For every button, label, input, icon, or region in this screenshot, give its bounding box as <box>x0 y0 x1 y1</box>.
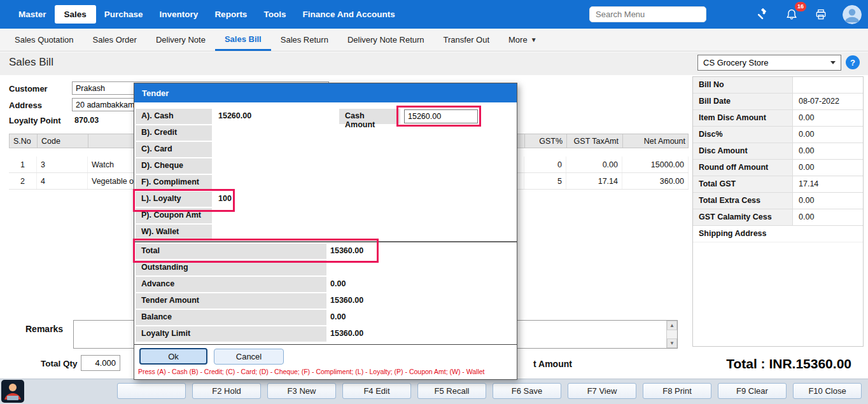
notifications-bell-icon[interactable]: 16 <box>784 7 799 22</box>
nav-item-inventory[interactable]: Inventory <box>151 4 207 24</box>
subnav-delivery-note-return[interactable]: Delivery Note Return <box>338 29 434 51</box>
more-chevron-down-icon: ▼ <box>531 36 537 43</box>
subnav-delivery-note[interactable]: Delivery Note <box>146 29 215 51</box>
subnav-sales-return[interactable]: Sales Return <box>271 29 338 51</box>
bill-summary-panel: Bill No Bill Date08-07-2022 Item Disc Am… <box>692 76 864 347</box>
tendered-amount-label-partial: t Amount <box>533 359 572 369</box>
f1-blank-button[interactable] <box>117 383 186 399</box>
tender-option-wallet[interactable]: W). Wallet <box>134 225 517 239</box>
col-gst-taxamt-header[interactable]: GST TaxAmt <box>567 134 623 148</box>
tools-gavel-icon[interactable] <box>755 7 770 22</box>
summary-row-outstanding: Outstanding <box>134 260 517 277</box>
user-avatar[interactable] <box>843 5 862 24</box>
cash-amount-input[interactable] <box>404 109 478 123</box>
remarks-scrollbar[interactable]: ▲ ▼ <box>666 321 677 348</box>
panel-value: 0.00 <box>793 110 863 126</box>
option-label: B). Credit <box>136 125 212 141</box>
subnav-more[interactable]: More▼ <box>499 29 547 51</box>
panel-label: Total Extra Cess <box>693 193 793 209</box>
subnav-transfer-out[interactable]: Transfer Out <box>434 29 499 51</box>
panel-row-total-extra-cess: Total Extra Cess0.00 <box>693 193 863 209</box>
print-icon[interactable] <box>813 7 829 22</box>
cancel-button[interactable]: Cancel <box>214 349 284 365</box>
cell-gst-taxamt: 17.14 <box>566 173 622 189</box>
tender-option-cheque[interactable]: D). Cheque <box>134 158 517 175</box>
scroll-down-icon[interactable]: ▼ <box>667 338 677 348</box>
panel-row-item-disc-amount: Item Disc Amount0.00 <box>693 110 863 127</box>
nav-item-sales[interactable]: Sales <box>55 5 96 24</box>
f7-view-button[interactable]: F7 View <box>568 383 636 399</box>
scroll-up-icon[interactable]: ▲ <box>667 321 677 330</box>
option-label: D). Cheque <box>136 158 212 174</box>
nav-item-reports[interactable]: Reports <box>206 4 255 24</box>
cell-gst-pct: 0 <box>524 157 566 172</box>
f8-print-button[interactable]: F8 Print <box>643 383 711 399</box>
option-value: 15260.00 <box>218 111 251 120</box>
option-value: 100 <box>218 194 232 203</box>
tender-option-loyalty[interactable]: L). Loyalty100 <box>134 192 517 208</box>
app-logo[interactable] <box>1 380 24 403</box>
tender-option-credit[interactable]: B). Credit <box>134 125 517 142</box>
f9-clear-button[interactable]: F9 Clear <box>718 383 787 399</box>
ok-button[interactable]: Ok <box>139 348 207 365</box>
summary-label: Balance <box>136 310 326 325</box>
panel-value: 0.00 <box>793 127 863 143</box>
panel-label: Round off Amount <box>693 160 793 176</box>
nav-item-finance-and-accounts[interactable]: Finance And Accounts <box>294 4 403 24</box>
summary-value: 15360.00 <box>330 246 363 255</box>
notification-badge: 16 <box>795 2 806 11</box>
summary-label: Advance <box>136 277 326 292</box>
summary-label: Tender Amount <box>136 293 326 309</box>
search-menu-input[interactable] <box>589 6 706 22</box>
panel-value: 0.00 <box>793 160 863 176</box>
store-select-value: CS Grocery Store <box>703 58 769 67</box>
help-button[interactable]: ? <box>846 55 860 69</box>
cell-net-amount: 360.00 <box>622 173 689 189</box>
subnav-sales-order[interactable]: Sales Order <box>83 29 146 51</box>
store-select[interactable]: CS Grocery Store <box>697 55 841 71</box>
f3-new-button[interactable]: F3 New <box>267 383 336 399</box>
select-chevron-down-icon <box>830 61 836 64</box>
option-label: C). Card <box>136 142 212 157</box>
tender-option-card[interactable]: C). Card <box>134 142 517 158</box>
panel-value <box>793 77 863 93</box>
grand-total: Total : INR.15360.00 <box>726 356 851 372</box>
col-code-header[interactable]: Code <box>38 134 88 148</box>
panel-label: Disc Amount <box>693 143 793 159</box>
cell-sno: 2 <box>9 173 37 189</box>
tender-dialog-title[interactable]: Tender <box>134 83 517 102</box>
col-sno-header[interactable]: S.No <box>10 134 38 148</box>
remarks-label: Remarks <box>25 324 63 334</box>
cell-gst-taxamt: 0.00 <box>566 157 622 172</box>
cell-sno: 1 <box>9 157 37 172</box>
nav-item-purchase[interactable]: Purchase <box>96 4 151 24</box>
panel-row-bill-no: Bill No <box>693 77 863 94</box>
tender-summary: Total15360.00 Outstanding Advance0.00 Te… <box>134 241 517 343</box>
option-label: W). Wallet <box>136 225 212 239</box>
f6-save-button[interactable]: F6 Save <box>493 383 561 399</box>
panel-row-gst-calamity-cess: GST Calamity Cess0.00 <box>693 209 863 226</box>
panel-row-disc-amount: Disc Amount0.00 <box>693 143 863 160</box>
shortcut-hint: Press (A) - Cash (B) - Credit; (C) - Car… <box>138 368 485 375</box>
f10-close-button[interactable]: F10 Close <box>793 383 862 399</box>
tender-option-compliment[interactable]: F). Compliment <box>134 175 517 192</box>
f4-edit-button[interactable]: F4 Edit <box>342 383 411 399</box>
option-label: A). Cash <box>136 109 212 124</box>
summary-value: 0.00 <box>330 312 346 321</box>
nav-item-master[interactable]: Master <box>10 4 55 24</box>
col-net-amount-header[interactable]: Net Amount <box>623 134 689 148</box>
subnav-sales-bill[interactable]: Sales Bill <box>215 29 271 51</box>
col-gst-pct-header[interactable]: GST% <box>525 134 567 148</box>
f5-recall-button[interactable]: F5 Recall <box>417 383 486 399</box>
f2-hold-button[interactable]: F2 Hold <box>192 383 261 399</box>
panel-value: 17.14 <box>793 176 863 192</box>
tender-option-coupon-amt[interactable]: P). Coupon Amt <box>134 208 517 225</box>
shipping-address-label: Shipping Address <box>693 226 863 242</box>
total-qty-input[interactable] <box>81 355 120 371</box>
cash-amount-label: Cash Amount <box>339 109 400 124</box>
nav-item-tools[interactable]: Tools <box>255 4 294 24</box>
top-nav-icons: 16 <box>755 0 862 29</box>
subnav-sales-quotation[interactable]: Sales Quotation <box>5 29 83 51</box>
option-label: F). Compliment <box>136 175 212 190</box>
function-key-buttons: F2 Hold F3 New F4 Edit F5 Recall F6 Save… <box>117 383 862 399</box>
